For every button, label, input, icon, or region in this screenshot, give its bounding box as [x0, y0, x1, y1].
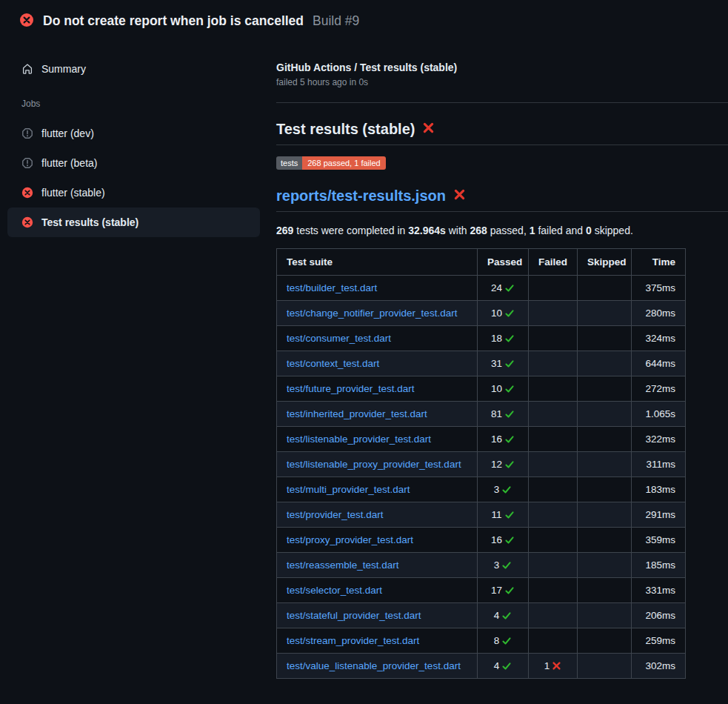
- check-icon: [504, 333, 515, 344]
- sidebar-item-label: flutter (dev): [41, 127, 94, 139]
- test-suite-link[interactable]: test/provider_test.dart: [287, 509, 384, 520]
- check-icon: [501, 485, 512, 495]
- cell-skipped: [578, 427, 632, 452]
- test-suite-link[interactable]: test/selector_test.dart: [287, 585, 382, 596]
- check-icon: [504, 409, 515, 419]
- jobs-list: flutter (dev)flutter (beta)flutter (stab…: [7, 119, 276, 237]
- table-row: test/proxy_provider_test.dart16359ms: [277, 528, 686, 553]
- sidebar-item-label: flutter (stable): [41, 187, 105, 199]
- cell-test-suite: test/future_provider_test.dart: [277, 376, 478, 402]
- sidebar-item-job[interactable]: flutter (dev): [7, 119, 260, 148]
- test-suite-link[interactable]: test/listenable_provider_test.dart: [287, 434, 431, 445]
- cell-passed: 12: [478, 452, 529, 477]
- badge-label: tests: [276, 156, 302, 170]
- cell-time: 331ms: [632, 578, 686, 603]
- table-row: test/context_test.dart31644ms: [277, 351, 686, 376]
- cell-test-suite: test/consumer_test.dart: [277, 326, 478, 351]
- cell-passed: 24: [478, 276, 529, 301]
- table-row: test/builder_test.dart24375ms: [277, 276, 686, 301]
- test-suite-link[interactable]: test/consumer_test.dart: [287, 333, 391, 344]
- cell-time: 272ms: [632, 376, 686, 402]
- table-row: test/listenable_provider_test.dart16322m…: [277, 427, 686, 452]
- cell-failed: [529, 477, 578, 502]
- sidebar-item-job[interactable]: flutter (beta): [7, 148, 260, 178]
- test-suite-link[interactable]: test/future_provider_test.dart: [287, 383, 415, 394]
- cell-skipped: [578, 654, 632, 679]
- check-icon: [504, 459, 515, 470]
- cell-time: 311ms: [632, 452, 686, 477]
- cell-test-suite: test/stateful_provider_test.dart: [277, 603, 478, 628]
- cell-test-suite: test/multi_provider_test.dart: [277, 477, 478, 502]
- check-icon: [501, 611, 512, 621]
- cell-skipped: [578, 351, 632, 376]
- cell-test-suite: test/listenable_provider_test.dart: [277, 427, 478, 452]
- test-suite-link[interactable]: test/change_notifier_provider_test.dart: [287, 308, 457, 319]
- check-icon: [504, 434, 515, 445]
- cell-passed: 3: [478, 477, 529, 502]
- cell-skipped: [578, 402, 632, 427]
- cell-time: 259ms: [632, 628, 686, 654]
- cell-time: 375ms: [632, 276, 686, 301]
- test-suite-link[interactable]: test/listenable_proxy_provider_test.dart: [287, 459, 461, 470]
- check-icon: [504, 535, 515, 545]
- cell-test-suite: test/provider_test.dart: [277, 502, 478, 528]
- tests-status-badge: tests 268 passed, 1 failed: [276, 156, 386, 170]
- table-row: test/multi_provider_test.dart3183ms: [277, 477, 686, 502]
- cell-time: 1.065s: [632, 402, 686, 427]
- jobs-section-label: Jobs: [21, 99, 276, 109]
- table-row: test/selector_test.dart17331ms: [277, 578, 686, 603]
- cell-time: 302ms: [632, 654, 686, 679]
- cell-passed: 8: [478, 628, 529, 654]
- test-suite-link[interactable]: test/stateful_provider_test.dart: [287, 610, 421, 621]
- test-results-table: Test suite Passed Failed Skipped Time te…: [276, 248, 686, 679]
- cell-time: 183ms: [632, 477, 686, 502]
- cell-test-suite: test/proxy_provider_test.dart: [277, 528, 478, 553]
- divider: [276, 102, 728, 103]
- test-suite-link[interactable]: test/inherited_provider_test.dart: [287, 408, 427, 419]
- cell-failed: [529, 326, 578, 351]
- table-row: test/stateful_provider_test.dart4206ms: [277, 603, 686, 628]
- test-suite-link[interactable]: test/context_test.dart: [287, 358, 379, 369]
- column-header-failed: Failed: [529, 249, 578, 276]
- cell-failed: [529, 628, 578, 654]
- sidebar-item-job[interactable]: Test results (stable): [7, 207, 260, 237]
- cell-passed: 4: [478, 603, 529, 628]
- cross-mark-icon: [422, 119, 435, 139]
- table-row: test/provider_test.dart11291ms: [277, 502, 686, 528]
- test-suite-link[interactable]: test/reassemble_test.dart: [287, 559, 399, 571]
- cell-skipped: [578, 477, 632, 502]
- report-file-link[interactable]: reports/test-results.json: [276, 186, 446, 205]
- cell-test-suite: test/selector_test.dart: [277, 578, 478, 603]
- test-suite-link[interactable]: test/proxy_provider_test.dart: [287, 534, 413, 545]
- test-suite-link[interactable]: test/stream_provider_test.dart: [287, 635, 419, 646]
- cell-skipped: [578, 603, 632, 628]
- cell-time: 206ms: [632, 603, 686, 628]
- test-suite-link[interactable]: test/value_listenable_provider_test.dart: [287, 660, 461, 671]
- cross-mark-icon: [552, 661, 561, 671]
- cell-time: 291ms: [632, 502, 686, 528]
- main-content: GitHub Actions / Test results (stable) f…: [276, 31, 728, 679]
- cell-skipped: [578, 301, 632, 326]
- column-header-time: Time: [632, 249, 686, 276]
- sidebar-item-job[interactable]: flutter (stable): [7, 178, 260, 207]
- cell-passed: 4: [478, 654, 529, 679]
- cell-failed: [529, 351, 578, 376]
- sidebar-item-label: Summary: [41, 63, 86, 75]
- check-icon: [501, 636, 512, 646]
- stop-icon: [21, 127, 33, 139]
- table-row: test/change_notifier_provider_test.dart1…: [277, 301, 686, 326]
- section-heading-report-file: reports/test-results.json: [276, 186, 728, 212]
- cell-passed: 18: [478, 326, 529, 351]
- cell-failed: [529, 376, 578, 402]
- sidebar-item-label: Test results (stable): [41, 216, 138, 228]
- test-suite-link[interactable]: test/builder_test.dart: [287, 282, 377, 293]
- cell-time: 185ms: [632, 553, 686, 578]
- build-number: Build #9: [313, 13, 359, 29]
- check-icon: [504, 384, 515, 394]
- sidebar-item-summary[interactable]: Summary: [7, 54, 260, 84]
- column-header-skipped: Skipped: [578, 249, 632, 276]
- home-icon: [21, 63, 33, 75]
- cell-failed: [529, 402, 578, 427]
- table-row: test/consumer_test.dart18324ms: [277, 326, 686, 351]
- test-suite-link[interactable]: test/multi_provider_test.dart: [287, 484, 410, 495]
